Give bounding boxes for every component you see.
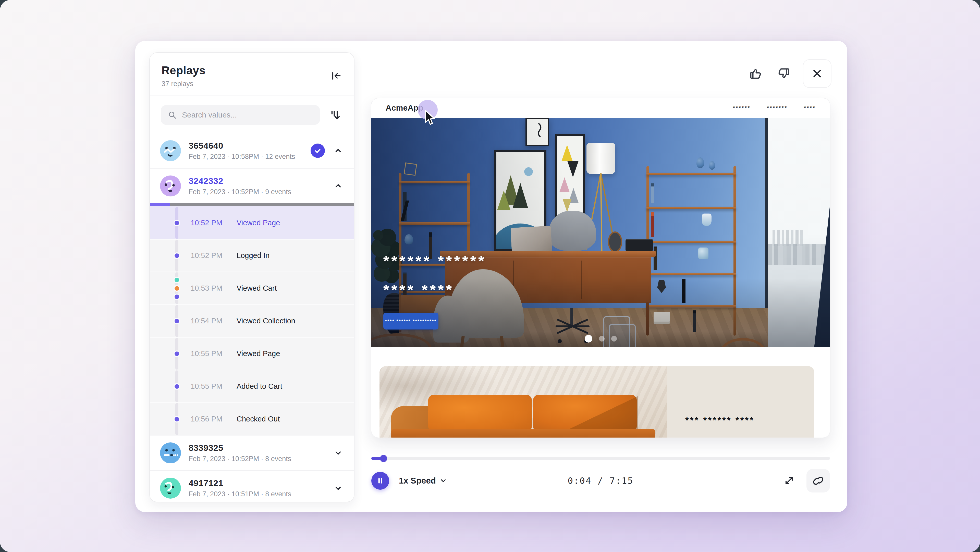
event-dot bbox=[173, 220, 180, 226]
event-time: 10:55 PM bbox=[191, 382, 237, 391]
chevron-down-icon[interactable] bbox=[332, 447, 344, 458]
collapse-left-icon bbox=[330, 70, 342, 82]
event-row[interactable]: 10:52 PM Logged In bbox=[150, 239, 354, 271]
thumbs-up-icon bbox=[749, 66, 763, 81]
session-row[interactable]: 4917121 Feb 7, 2023 · 10:51PM · 8 events bbox=[150, 470, 354, 502]
hero-image: ****** ****** **** **** **** ****** ****… bbox=[371, 118, 830, 347]
event-time: 10:56 PM bbox=[191, 415, 237, 423]
search-input[interactable] bbox=[181, 110, 313, 120]
session-playback-progress[interactable] bbox=[150, 203, 354, 206]
event-dot bbox=[173, 318, 180, 324]
event-label: Added to Cart bbox=[237, 382, 282, 391]
collapse-sidebar-button[interactable] bbox=[329, 69, 343, 83]
copy-link-button[interactable] bbox=[807, 469, 830, 493]
session-id: 8339325 bbox=[189, 443, 325, 453]
session-meta: Feb 7, 2023 · 10:51PM · 8 events bbox=[189, 490, 325, 498]
screen: Replays 37 replays bbox=[0, 0, 980, 552]
replayed-site-header: AcmeApp ****** ******* **** bbox=[371, 98, 830, 118]
masked-cta-button[interactable]: **** ****** ********** bbox=[383, 313, 438, 330]
close-icon bbox=[811, 68, 823, 79]
fullscreen-button[interactable] bbox=[781, 473, 797, 488]
chevron-down-icon[interactable] bbox=[332, 482, 344, 494]
link-icon bbox=[811, 474, 825, 487]
session-meta: Feb 7, 2023 · 10:58PM · 12 events bbox=[189, 153, 303, 161]
event-row[interactable]: 10:56 PM Checked Out bbox=[150, 402, 354, 435]
event-label: Viewed Cart bbox=[237, 284, 277, 292]
replay-modal: Replays 37 replays bbox=[135, 41, 847, 512]
masked-hero-heading-line1: ****** ****** bbox=[383, 257, 487, 266]
event-dot bbox=[173, 351, 180, 357]
session-meta: Feb 7, 2023 · 10:52PM · 8 events bbox=[189, 455, 325, 463]
event-label: Logged In bbox=[237, 251, 269, 260]
replays-sidebar: Replays 37 replays bbox=[149, 53, 355, 502]
session-id: 3654640 bbox=[189, 141, 303, 151]
sort-button[interactable] bbox=[326, 107, 343, 123]
playback-progress-bar[interactable] bbox=[371, 457, 830, 460]
event-row[interactable]: 10:55 PM Added to Cart bbox=[150, 370, 354, 402]
time-divider: / bbox=[598, 475, 604, 486]
app-background: Replays 37 replays bbox=[0, 0, 980, 552]
pause-button[interactable] bbox=[371, 472, 389, 490]
chevron-down-icon bbox=[439, 477, 447, 485]
session-row[interactable]: 8339325 Feb 7, 2023 · 10:52PM · 8 events bbox=[150, 435, 354, 470]
carousel-dots[interactable] bbox=[371, 336, 830, 343]
session-id: 3242332 bbox=[189, 176, 325, 186]
event-row[interactable]: 10:55 PM Viewed Page bbox=[150, 337, 354, 370]
progress-handle[interactable] bbox=[380, 455, 387, 462]
sidebar-header: Replays 37 replays bbox=[150, 53, 354, 96]
chevron-up-icon[interactable] bbox=[332, 180, 344, 191]
event-label: Viewed Collection bbox=[237, 317, 295, 325]
event-dot-orange bbox=[173, 285, 180, 292]
replay-viewport: AcmeApp ****** ******* **** bbox=[371, 98, 830, 437]
event-dot-teal bbox=[173, 277, 180, 283]
close-button[interactable] bbox=[803, 59, 832, 88]
chevron-up-icon[interactable] bbox=[332, 145, 344, 156]
masked-nav-item: ******* bbox=[767, 106, 788, 110]
sort-descending-icon bbox=[328, 108, 341, 121]
page-title: Replays bbox=[162, 64, 342, 77]
session-progress-fill bbox=[150, 203, 170, 206]
carousel-dot[interactable] bbox=[611, 336, 617, 341]
replays-count: 37 replays bbox=[162, 80, 342, 88]
event-row[interactable]: 10:52 PM Viewed Page bbox=[150, 206, 354, 239]
event-time: 10:53 PM bbox=[191, 284, 237, 292]
event-time: 10:54 PM bbox=[191, 317, 237, 325]
event-label: Checked Out bbox=[237, 415, 280, 423]
session-info: 8339325 Feb 7, 2023 · 10:52PM · 8 events bbox=[189, 443, 325, 463]
event-row[interactable]: 10:54 PM Viewed Collection bbox=[150, 304, 354, 337]
couch-image bbox=[380, 366, 667, 437]
event-dot bbox=[173, 416, 180, 423]
vignette-overlay bbox=[371, 118, 830, 347]
event-time: 10:52 PM bbox=[191, 219, 237, 227]
session-info: 3242332 Feb 7, 2023 · 10:52PM · 9 events bbox=[189, 176, 325, 196]
event-label: Viewed Page bbox=[237, 349, 280, 358]
event-row[interactable]: 10:53 PM Viewed Cart bbox=[150, 271, 354, 304]
masked-nav-item: ****** bbox=[733, 106, 750, 110]
speed-selector[interactable]: 1x Speed bbox=[399, 476, 447, 486]
thumbs-up-button[interactable] bbox=[748, 65, 764, 82]
carousel-dot[interactable] bbox=[599, 336, 605, 341]
time-current: 0:04 bbox=[568, 475, 592, 486]
thumbs-down-icon bbox=[776, 66, 791, 81]
site-nav: ****** ******* **** bbox=[733, 106, 816, 110]
search-input-wrapper[interactable] bbox=[161, 105, 320, 124]
session-id: 4917121 bbox=[189, 478, 325, 488]
pause-icon bbox=[376, 476, 385, 485]
event-dot bbox=[173, 294, 180, 300]
expand-icon bbox=[783, 475, 795, 487]
session-meta: Feb 7, 2023 · 10:52PM · 9 events bbox=[189, 188, 325, 196]
masked-text-panel: *** ****** **** bbox=[667, 366, 815, 437]
event-time: 10:52 PM bbox=[191, 251, 237, 260]
masked-hero-heading-line2: **** **** bbox=[383, 285, 454, 295]
avatar bbox=[160, 175, 181, 196]
masked-nav-item: **** bbox=[804, 106, 816, 110]
carousel-dot-active[interactable] bbox=[585, 335, 592, 343]
player-right-controls bbox=[781, 469, 830, 493]
session-row[interactable]: 3242332 Feb 7, 2023 · 10:52PM · 9 events bbox=[150, 168, 354, 203]
masked-panel-text: *** ****** **** bbox=[685, 417, 755, 423]
session-row[interactable]: 3654640 Feb 7, 2023 · 10:58PM · 12 event… bbox=[150, 133, 354, 168]
speed-label: 1x Speed bbox=[399, 476, 436, 486]
event-label: Viewed Page bbox=[237, 219, 280, 227]
thumbs-down-button[interactable] bbox=[775, 65, 792, 82]
avatar bbox=[160, 478, 181, 499]
